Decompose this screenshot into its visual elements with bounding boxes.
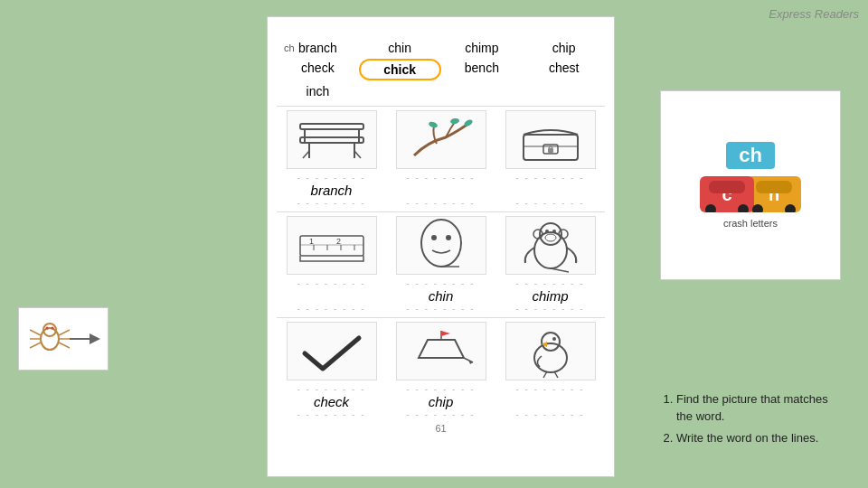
word-check: check — [277, 59, 359, 80]
cars-row: c h — [700, 176, 801, 212]
pic-chick-highlighted — [505, 322, 596, 380]
dashes-r2-top-3: - - - - - - - - — [515, 278, 584, 288]
pic-chest — [505, 110, 596, 169]
word-inch: inch — [277, 82, 359, 100]
blank-bench: - - - - - - - - branch - - - - - - - - — [282, 173, 382, 208]
answer-chip: chip — [429, 394, 454, 409]
svg-point-33 — [545, 234, 556, 241]
pic-ruler: 1 2 — [287, 216, 377, 275]
crash-letters-card: ch c h crash letters — [660, 90, 841, 280]
pic-checkmark — [287, 322, 377, 380]
svg-point-32 — [552, 230, 556, 233]
dashes-r3-bot-1: - - - - - - - - — [297, 409, 365, 419]
pic-chip — [396, 322, 486, 380]
word-chick-highlighted: chick — [359, 59, 441, 80]
pic-branch — [396, 110, 486, 169]
svg-rect-14 — [548, 148, 553, 153]
cell-bench — [282, 110, 382, 169]
dashes-r2-top-1: - - - - - - - - — [297, 278, 365, 288]
image-row-2: 1 2 — [277, 216, 605, 275]
svg-line-56 — [30, 343, 41, 348]
bench-icon — [296, 115, 368, 164]
svg-line-59 — [59, 343, 70, 348]
worksheet-panel: ch branch chin chimp chip check chick be… — [267, 16, 615, 477]
chick-icon — [514, 322, 587, 380]
svg-line-34 — [551, 268, 569, 272]
svg-text:1: 1 — [309, 237, 314, 246]
crash-ch-label: ch — [726, 142, 775, 169]
instruction-2: Write the word on the lines. — [676, 430, 843, 446]
ruler-icon: 1 2 — [296, 225, 368, 266]
blank-r2-chin: - - - - - - - - chin - - - - - - - - — [392, 278, 491, 314]
svg-point-25 — [446, 235, 451, 240]
svg-point-27 — [534, 232, 567, 268]
svg-line-57 — [59, 330, 70, 335]
word-chimp: chimp — [441, 39, 524, 57]
cell-chest-pic — [501, 110, 600, 169]
dashes-r2-bot-2: - - - - - - - - — [406, 304, 475, 314]
svg-rect-48 — [709, 181, 745, 193]
cell-branch-pic — [392, 110, 491, 169]
checkmark-icon — [296, 322, 368, 380]
car-c: c — [700, 176, 754, 212]
svg-point-49 — [752, 204, 763, 212]
answer-row-3: - - - - - - - - check - - - - - - - - - … — [277, 384, 605, 419]
dashes-bottom-2: - - - - - - - - — [406, 198, 475, 208]
svg-point-46 — [705, 204, 716, 212]
blank-r3-chip: - - - - - - - - chip - - - - - - - - — [392, 384, 491, 419]
dashes-bottom-3: - - - - - - - - — [515, 198, 584, 208]
svg-point-23 — [421, 220, 461, 267]
dashes-r3-bot-2: - - - - - - - - — [406, 409, 475, 419]
svg-point-61 — [52, 327, 54, 330]
svg-point-24 — [431, 235, 437, 240]
svg-point-42 — [552, 337, 556, 341]
face-icon — [405, 216, 477, 275]
svg-marker-37 — [441, 331, 450, 336]
blank-r3-chick: - - - - - - - - - - - - - - - - — [501, 384, 600, 419]
blank-r2-chimp: - - - - - - - - chimp - - - - - - - - — [501, 278, 600, 314]
word-chin: chin — [359, 39, 441, 57]
dashes-r2-bot-1: - - - - - - - - — [297, 304, 365, 314]
answer-blank-3 — [548, 183, 552, 198]
pic-bench — [287, 110, 377, 169]
dashes-top-1: - - - - - - - - — [297, 173, 365, 183]
blank-r3-check: - - - - - - - - check - - - - - - - - — [282, 384, 382, 419]
dashes-r3-top-2: - - - - - - - - — [406, 384, 475, 394]
word-chest: chest — [523, 59, 605, 80]
image-row-1 — [277, 110, 605, 169]
answer-row-1: - - - - - - - - branch - - - - - - - - -… — [277, 173, 605, 208]
svg-rect-1 — [300, 124, 363, 129]
svg-line-54 — [30, 330, 41, 335]
svg-line-6 — [303, 151, 309, 158]
answer-chin: chin — [429, 288, 454, 304]
branch-icon — [405, 115, 477, 164]
svg-rect-11 — [524, 135, 578, 160]
answer-row-2: - - - - - - - - - - - - - - - - - - - - … — [277, 278, 605, 314]
dashes-r3-bot-3: - - - - - - - - — [515, 409, 584, 419]
instruction-1: Find the picture that matches the word. — [676, 391, 843, 424]
pic-chin-face — [396, 216, 486, 275]
cell-chimp — [501, 216, 600, 275]
svg-line-7 — [354, 151, 361, 158]
answer-check: check — [314, 394, 349, 409]
dashes-r2-bot-3: - - - - - - - - — [515, 304, 584, 314]
car-c-svg — [700, 176, 754, 212]
word-bench: bench — [441, 59, 524, 80]
svg-point-30 — [559, 230, 568, 239]
dashes-top-2: - - - - - - - - — [406, 173, 475, 183]
dashes-r3-top-3: - - - - - - - - — [515, 384, 584, 394]
word-grid: branch chin chimp chip check chick bench… — [277, 39, 605, 100]
cell-ruler: 1 2 — [282, 216, 382, 275]
cell-chick — [501, 322, 600, 380]
svg-text:2: 2 — [336, 237, 341, 246]
instructions-panel: Find the picture that matches the word. … — [662, 391, 843, 452]
dashes-r2-top-2: - - - - - - - - — [406, 278, 475, 288]
svg-point-31 — [545, 230, 549, 233]
chip-icon — [405, 322, 477, 380]
answer-blank-2 — [439, 183, 442, 198]
svg-point-50 — [785, 204, 796, 212]
svg-point-29 — [533, 230, 542, 239]
chest-icon — [514, 115, 587, 164]
svg-rect-0 — [300, 137, 363, 143]
svg-point-9 — [449, 117, 459, 125]
